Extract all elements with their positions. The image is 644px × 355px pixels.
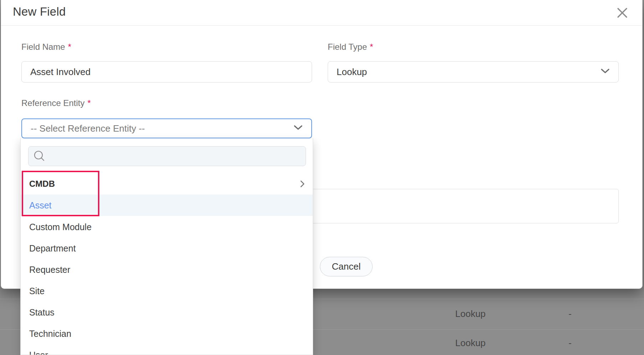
dropdown-item-custom-module[interactable]: Custom Module xyxy=(21,216,313,238)
reference-entity-dropdown: CMDB Asset Custom Module Department Requ… xyxy=(20,138,313,355)
chevron-down-icon xyxy=(601,68,610,75)
dropdown-item-label: Requester xyxy=(29,265,305,275)
table-cell-value: - xyxy=(568,338,572,349)
dropdown-item-technician[interactable]: Technician xyxy=(21,323,313,344)
reference-entity-select[interactable]: -- Select Reference Entity -- xyxy=(21,118,312,138)
required-asterisk: * xyxy=(87,98,90,108)
dropdown-item-label: Site xyxy=(29,286,305,296)
dialog-header: New Field xyxy=(1,0,642,26)
field-type-label-text: Field Type xyxy=(328,42,367,52)
table-cell-type: Lookup xyxy=(455,338,485,349)
dropdown-item-label: Status xyxy=(29,307,305,318)
dropdown-item-department[interactable]: Department xyxy=(21,238,313,259)
chevron-right-icon xyxy=(300,180,305,188)
dropdown-item-label: Technician xyxy=(29,329,305,339)
table-cell-value: - xyxy=(568,308,572,319)
reference-entity-label-text: Reference Entity xyxy=(21,98,84,108)
field-type-select[interactable]: Lookup xyxy=(328,61,619,83)
required-asterisk: * xyxy=(370,42,373,52)
dialog-title: New Field xyxy=(13,5,66,18)
dropdown-item-asset[interactable]: Asset xyxy=(21,195,313,216)
dropdown-item-user[interactable]: User xyxy=(21,344,313,355)
dropdown-search[interactable] xyxy=(28,146,306,166)
dropdown-item-requester[interactable]: Requester xyxy=(21,259,313,280)
dropdown-item-label: Department xyxy=(29,243,305,254)
field-name-label: Field Name* xyxy=(21,42,71,52)
field-name-label-text: Field Name xyxy=(21,42,65,52)
dropdown-item-label: CMDB xyxy=(29,179,300,189)
table-cell-type: Lookup xyxy=(455,308,485,319)
chevron-down-icon xyxy=(294,125,303,132)
dropdown-item-site[interactable]: Site xyxy=(21,280,313,302)
cancel-button[interactable]: Cancel xyxy=(320,257,373,276)
field-type-label: Field Type* xyxy=(328,42,373,52)
dropdown-item-label: Asset xyxy=(29,200,305,211)
dropdown-item-cmdb[interactable]: CMDB xyxy=(21,173,313,195)
field-name-input[interactable] xyxy=(21,61,312,83)
reference-entity-label: Reference Entity* xyxy=(21,98,91,108)
reference-entity-placeholder: -- Select Reference Entity -- xyxy=(31,123,294,134)
dropdown-item-status[interactable]: Status xyxy=(21,302,313,323)
search-input[interactable] xyxy=(49,146,301,166)
required-asterisk: * xyxy=(68,42,71,52)
search-icon xyxy=(33,150,46,162)
dropdown-item-label: User xyxy=(29,350,305,355)
close-icon[interactable] xyxy=(617,7,628,18)
field-type-value: Lookup xyxy=(337,67,601,78)
dropdown-item-label: Custom Module xyxy=(29,222,305,232)
